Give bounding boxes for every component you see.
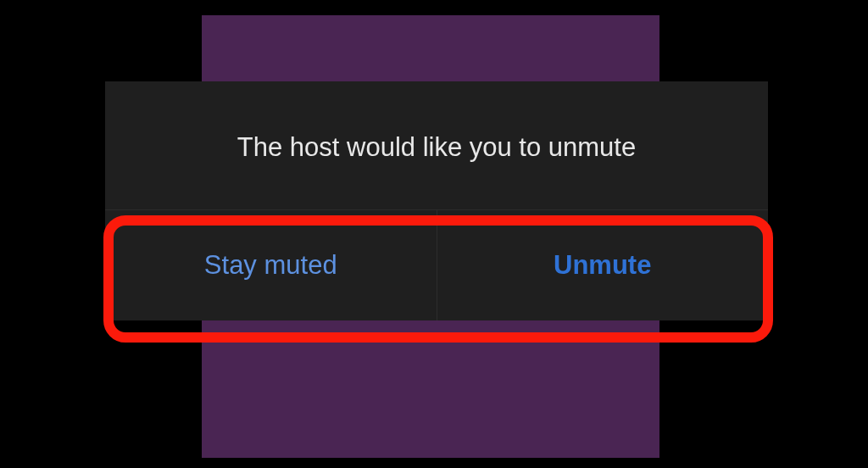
stay-muted-button[interactable]: Stay muted: [105, 210, 437, 320]
unmute-request-dialog: The host would like you to unmute Stay m…: [105, 81, 768, 320]
dialog-message: The host would like you to unmute: [105, 81, 768, 210]
dialog-button-row: Stay muted Unmute: [105, 210, 768, 320]
unmute-button[interactable]: Unmute: [437, 210, 769, 320]
